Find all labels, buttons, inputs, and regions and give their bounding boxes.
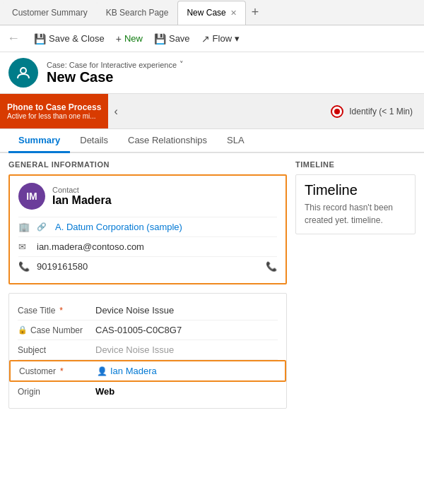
right-panel: TIMELINE Timeline This record hasn't bee… [295, 160, 416, 409]
customer-required: * [60, 366, 64, 376]
tab-details-label: Details [80, 135, 108, 145]
contact-header: IM Contact Ian Madera [18, 183, 277, 210]
tab-summary-label: Summary [18, 135, 60, 145]
new-label: New [124, 33, 143, 44]
building-icon: 🏢 [18, 222, 31, 232]
timeline-title: Timeline [305, 182, 406, 198]
tab-summary[interactable]: Summary [8, 129, 70, 153]
origin-label-text: Origin [18, 387, 40, 397]
process-title: Phone to Case Process [7, 102, 101, 112]
case-title-label-text: Case Title [18, 306, 55, 316]
header-avatar [8, 58, 38, 88]
tab-new-case-label: New Case [187, 8, 225, 18]
subject-label: Subject [18, 345, 95, 355]
tab-kb-search-page[interactable]: KB Search Page [97, 1, 178, 25]
phone-icon: 📞 [18, 261, 31, 272]
contact-name-group: Contact Ian Madera [52, 186, 112, 207]
left-panel: GENERAL INFORMATION IM Contact Ian Mader… [8, 160, 287, 409]
subject-row: Subject Device Noise Issue [18, 340, 278, 360]
new-button[interactable]: + New [116, 33, 143, 44]
back-button[interactable]: ← [7, 31, 20, 46]
tab-new-case[interactable]: New Case ✕ [177, 1, 245, 25]
case-title-row: Case Title * Device Noise Issue [18, 301, 278, 320]
process-subtitle: Active for less than one mi... [7, 112, 101, 120]
flow-button[interactable]: ↗ Flow ▾ [201, 33, 240, 44]
contact-phone-row: 📞 9019161580 📞 [18, 256, 277, 276]
process-step-circle [331, 105, 343, 118]
tab-customer-summary[interactable]: Customer Summary [3, 1, 97, 25]
add-tab-button[interactable]: + [246, 5, 265, 20]
origin-label: Origin [18, 387, 95, 397]
contact-phone[interactable]: 9019161580 [37, 261, 88, 272]
general-info-title: GENERAL INFORMATION [8, 160, 287, 169]
case-title-value[interactable]: Device Noise Issue [95, 305, 278, 316]
customer-value[interactable]: 👤 Ian Madera [97, 366, 276, 376]
contact-label: Contact [52, 186, 112, 194]
process-collapse-button[interactable]: ‹ [108, 94, 123, 128]
tab-kb-search-label: KB Search Page [106, 8, 169, 18]
header-info: Case: Case for Interactive experience ˅ … [47, 60, 184, 85]
save-close-icon: 💾 [34, 33, 46, 44]
timeline-section: Timeline This record hasn't been created… [295, 174, 416, 234]
browser-tab-bar: Customer Summary KB Search Page New Case… [0, 0, 424, 25]
tab-case-relationships-label: Case Relationships [128, 135, 207, 145]
contact-company-link[interactable]: A. Datum Corporation (sample) [55, 222, 182, 232]
process-bar: Phone to Case Process Active for less th… [0, 94, 424, 129]
tab-customer-summary-label: Customer Summary [12, 8, 88, 18]
customer-label: Customer * [19, 366, 97, 376]
case-fields-section: Case Title * Device Noise Issue 🔒 Case N… [8, 293, 287, 409]
lock-icon: 🔒 [18, 325, 28, 335]
customer-icon: 👤 [97, 366, 107, 376]
tab-case-relationships[interactable]: Case Relationships [118, 129, 217, 153]
tab-sla-label: SLA [227, 135, 245, 145]
save-close-label: Save & Close [49, 33, 105, 44]
process-step-label: Identify (< 1 Min) [349, 107, 413, 116]
save-icon: 💾 [154, 33, 166, 44]
tab-sla[interactable]: SLA [217, 129, 254, 153]
customer-label-text: Customer [19, 366, 56, 376]
process-label: Phone to Case Process Active for less th… [0, 94, 108, 128]
phone-call-icon[interactable]: 📞 [266, 261, 277, 272]
page-title: New Case [47, 69, 184, 85]
case-number-label: 🔒 Case Number [18, 325, 95, 335]
contact-company-row: 🏢 🔗 A. Datum Corporation (sample) [18, 217, 277, 236]
flow-label: Flow [213, 33, 232, 44]
flow-dropdown-icon: ▾ [235, 33, 240, 44]
nav-tabs: Summary Details Case Relationships SLA [0, 129, 424, 153]
contact-email-row: ✉ ian.madera@contoso.com [18, 236, 277, 256]
flow-icon: ↗ [201, 33, 210, 44]
subject-value[interactable]: Device Noise Issue [95, 344, 278, 355]
close-tab-icon[interactable]: ✕ [230, 8, 237, 18]
save-close-button[interactable]: 💾 Save & Close [34, 33, 105, 44]
case-title-label: Case Title * [18, 306, 95, 316]
toolbar: ← 💾 Save & Close + New 💾 Save ↗ Flow ▾ [0, 25, 424, 52]
contact-name[interactable]: Ian Madera [52, 194, 112, 207]
contact-email[interactable]: ian.madera@contoso.com [37, 241, 144, 252]
case-number-label-text: Case Number [30, 325, 83, 335]
origin-row: Origin Web [18, 382, 278, 401]
contact-card: IM Contact Ian Madera 🏢 🔗 A. Datum Corpo… [8, 174, 287, 284]
case-number-value: CAS-01005-C0C8G7 [95, 325, 278, 335]
breadcrumb-text: Case: Case for Interactive experience [47, 61, 177, 69]
save-button[interactable]: 💾 Save [154, 33, 190, 44]
tab-details[interactable]: Details [70, 129, 118, 153]
main-content: GENERAL INFORMATION IM Contact Ian Mader… [0, 153, 424, 416]
timeline-section-title: TIMELINE [295, 160, 416, 169]
process-steps: Identify (< 1 Min) [124, 105, 424, 118]
process-step-inner [334, 109, 340, 114]
company-link-icon: 🔗 [37, 222, 49, 232]
timeline-empty-text: This record hasn't been created yet. tim… [305, 201, 406, 227]
new-icon: + [116, 33, 122, 44]
svg-point-0 [20, 68, 26, 73]
breadcrumb-dropdown-icon[interactable]: ˅ [179, 60, 184, 69]
process-step-name: Identify [349, 107, 377, 116]
email-icon: ✉ [18, 241, 31, 252]
customer-name: Ian Madera [110, 366, 157, 376]
save-label: Save [169, 33, 190, 44]
breadcrumb: Case: Case for Interactive experience ˅ [47, 60, 184, 69]
record-header: Case: Case for Interactive experience ˅ … [0, 52, 424, 94]
contact-avatar: IM [18, 183, 45, 210]
contact-avatar-initials: IM [26, 191, 37, 202]
case-number-row: 🔒 Case Number CAS-01005-C0C8G7 [18, 320, 278, 340]
process-step-time: (< 1 Min) [379, 107, 413, 116]
